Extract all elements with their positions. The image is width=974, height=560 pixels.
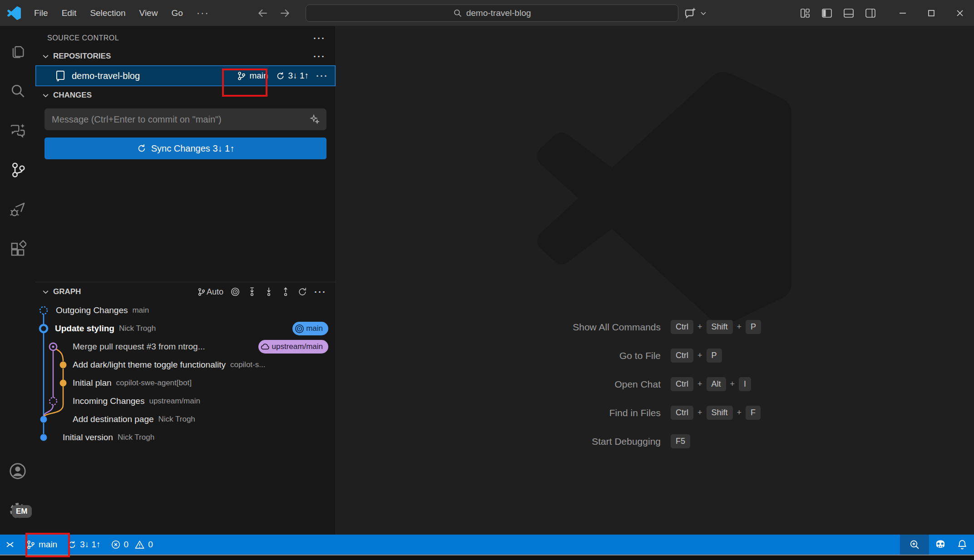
graph-row-incoming[interactable]: Incoming Changes upstream/main	[35, 392, 336, 410]
graph-row-merge-pr[interactable]: Merge pull request #3 from ntrog... upst…	[35, 338, 336, 356]
source-control-sidebar: SOURCE CONTROL ··· REPOSITORIES ··· demo…	[35, 26, 336, 535]
graph-row-theme-toggle[interactable]: Add dark/light theme toggle functionalit…	[35, 356, 336, 374]
toggle-primary-sidebar-icon[interactable]	[821, 7, 833, 19]
git-branch-icon	[236, 71, 246, 81]
menu-edit[interactable]: Edit	[55, 0, 84, 26]
menu-selection[interactable]: Selection	[83, 0, 132, 26]
changes-label: CHANGES	[53, 91, 92, 100]
back-arrow-icon[interactable]	[257, 7, 269, 19]
refresh-icon[interactable]	[297, 287, 307, 297]
commit-author: Nick Trogh	[119, 324, 156, 333]
chevron-down-icon[interactable]	[700, 10, 707, 17]
chevron-down-icon	[42, 53, 49, 60]
graph-row-outgoing[interactable]: Outgoing Changes main	[35, 301, 336, 319]
branch-badge-main[interactable]: main	[292, 322, 328, 335]
goto-current-commit-icon[interactable]	[230, 287, 240, 297]
badge-label: main	[306, 324, 323, 333]
graph-more-actions-icon[interactable]: ···	[314, 290, 326, 294]
branch-badge-upstream[interactable]: upstream/main	[258, 340, 328, 354]
graph-row-destination-page[interactable]: Add destination page Nick Trogh	[35, 410, 336, 428]
graph-section-header[interactable]: GRAPH Auto	[35, 282, 336, 301]
graph-row-initial-version[interactable]: Initial version Nick Trogh	[35, 428, 336, 447]
repo-branch-name: main	[249, 71, 268, 81]
maximize-button[interactable]	[917, 0, 945, 26]
minimize-button[interactable]	[888, 0, 917, 26]
customize-layout-icon[interactable]	[799, 7, 811, 19]
changes-section-header[interactable]: CHANGES	[35, 86, 336, 104]
repo-sync-status[interactable]: 3↓ 1↑	[276, 71, 309, 81]
sync-changes-label: Sync Changes 3↓ 1↑	[151, 143, 234, 154]
shortcut-label: Open Chat	[614, 379, 661, 390]
sync-icon	[67, 540, 77, 550]
chat-icon[interactable]	[0, 110, 35, 150]
repo-name: demo-travel-blog	[72, 71, 140, 81]
toggle-secondary-sidebar-icon[interactable]	[865, 7, 876, 19]
keyboard-shortcuts-list: Show All Commands Ctrl + Shift + P Go to…	[336, 320, 974, 448]
toggle-panel-icon[interactable]	[843, 7, 855, 19]
sparkle-icon[interactable]	[309, 114, 320, 125]
warning-count: 0	[148, 540, 153, 550]
commit-message-input[interactable]	[52, 114, 309, 125]
statusbar-sync[interactable]: 3↓ 1↑	[62, 535, 105, 555]
graph-branch-filter[interactable]: Auto	[197, 287, 223, 297]
remote-icon	[5, 539, 15, 550]
keycap: Shift	[707, 320, 733, 334]
commit-ref: main	[132, 306, 149, 315]
copilot-chat-icon[interactable]	[683, 6, 697, 20]
explorer-icon[interactable]	[0, 31, 35, 71]
status-bar: main 3↓ 1↑ 0 0	[0, 535, 974, 555]
repo-more-actions-icon[interactable]: ···	[316, 74, 328, 78]
commit-title: Update styling	[55, 324, 114, 334]
warning-icon	[134, 540, 145, 550]
statusbar-problems[interactable]: 0 0	[106, 535, 158, 555]
zoom-indicator[interactable]	[900, 535, 929, 555]
forward-arrow-icon[interactable]	[279, 7, 291, 19]
copilot-icon	[934, 538, 947, 551]
remote-indicator[interactable]	[0, 535, 20, 555]
accounts-icon[interactable]	[0, 451, 35, 491]
commit-author: Nick Trogh	[118, 433, 154, 442]
menu-view[interactable]: View	[133, 0, 165, 26]
commit-ref: upstream/main	[149, 397, 200, 406]
repository-row[interactable]: demo-travel-blog main	[35, 65, 336, 86]
repo-branch-picker[interactable]: main	[236, 71, 268, 81]
vscode-logo-icon	[7, 6, 21, 20]
keycap: Ctrl	[671, 406, 693, 420]
menu-go[interactable]: Go	[164, 0, 189, 26]
menu-file[interactable]: File	[27, 0, 55, 26]
graph-auto-label: Auto	[207, 287, 223, 297]
menu-more-icon[interactable]: ···	[190, 0, 216, 26]
keycap: Shift	[707, 406, 733, 420]
fetch-icon[interactable]	[247, 287, 257, 297]
statusbar-branch[interactable]: main	[20, 535, 62, 555]
settings-gear-icon[interactable]: EM	[0, 491, 35, 530]
command-center-search[interactable]: demo-travel-blog	[306, 5, 678, 22]
pane-more-actions-icon[interactable]: ···	[313, 36, 326, 40]
keycap: F5	[671, 434, 690, 448]
source-control-icon[interactable]	[0, 150, 35, 189]
commit-title: Add destination page	[73, 414, 154, 424]
sync-changes-button[interactable]: Sync Changes 3↓ 1↑	[44, 138, 326, 159]
repositories-more-actions-icon[interactable]: ···	[313, 54, 326, 59]
copilot-status[interactable]	[929, 535, 952, 555]
graph-row-initial-plan[interactable]: Initial plan copilot-swe-agent[bot]	[35, 374, 336, 392]
extensions-icon[interactable]	[0, 229, 35, 268]
repositories-section-header[interactable]: REPOSITORIES ···	[35, 47, 336, 65]
cloud-icon	[260, 342, 271, 352]
push-icon[interactable]	[281, 287, 291, 297]
graph-row-update-styling[interactable]: Update styling Nick Trogh main	[35, 319, 336, 338]
plus-separator: +	[697, 408, 702, 418]
keycap: P	[746, 320, 761, 334]
pull-icon[interactable]	[264, 287, 274, 297]
zoom-in-icon	[909, 539, 920, 550]
notifications-bell[interactable]	[952, 535, 974, 555]
plus-separator: +	[697, 322, 702, 332]
sidebar-empty-space	[35, 159, 336, 282]
commit-author: copilot-swe-agent[bot]	[116, 378, 192, 388]
close-button[interactable]	[945, 0, 974, 26]
keycap: I	[739, 377, 751, 391]
commit-title: Merge pull request #3 from ntrog...	[73, 342, 205, 352]
run-debug-icon[interactable]	[0, 189, 35, 229]
search-icon[interactable]	[0, 71, 35, 110]
chevron-down-icon	[42, 92, 49, 99]
